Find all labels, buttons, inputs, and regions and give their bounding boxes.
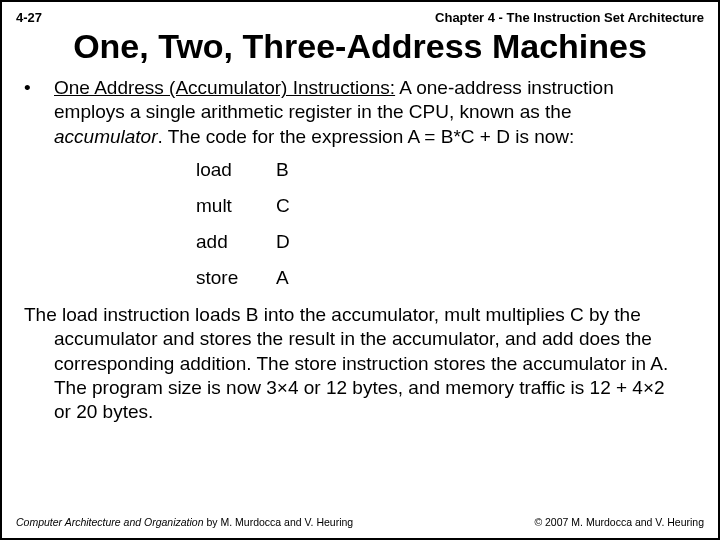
slide-title: One, Two, Three-Address Machines — [16, 27, 704, 66]
explain-line4: The program size is now 3×4 or 12 bytes,… — [54, 376, 696, 400]
slide-header: 4-27 Chapter 4 - The Instruction Set Arc… — [16, 10, 704, 25]
code-row: add D — [196, 231, 704, 253]
code-row: store A — [196, 267, 704, 289]
footer-authors: by M. Murdocca and V. Heuring — [204, 516, 354, 528]
bullet-mark: • — [24, 76, 54, 100]
footer-left: Computer Architecture and Organization b… — [16, 516, 353, 528]
bullet-paragraph: • One Address (Accumulator) Instructions… — [24, 76, 696, 149]
bullet-line2: employs a single arithmetic register in … — [54, 100, 696, 124]
bullet-line1: One Address (Accumulator) Instructions: … — [54, 76, 614, 100]
code-op: store — [196, 267, 276, 289]
code-arg: C — [276, 195, 290, 217]
slide-footer: Computer Architecture and Organization b… — [16, 516, 704, 528]
bullet-rest1: A one-address instruction — [395, 77, 614, 98]
explain-line1: The load instruction loads B into the ac… — [24, 304, 641, 325]
page-number: 4-27 — [16, 10, 42, 25]
code-arg: B — [276, 159, 289, 181]
explain-line3: corresponding addition. The store instru… — [54, 352, 696, 376]
footer-copyright: © 2007 M. Murdocca and V. Heuring — [534, 516, 704, 528]
code-op: load — [196, 159, 276, 181]
bullet-lead: One Address (Accumulator) Instructions: — [54, 77, 395, 98]
code-arg: A — [276, 267, 289, 289]
bullet-accumulator-word: accumulator — [54, 126, 158, 147]
book-title: Computer Architecture and Organization — [16, 516, 204, 528]
code-op: mult — [196, 195, 276, 217]
code-table: load B mult C add D store A — [196, 159, 704, 289]
code-arg: D — [276, 231, 290, 253]
chapter-label: Chapter 4 - The Instruction Set Architec… — [435, 10, 704, 25]
explanation-paragraph: The load instruction loads B into the ac… — [24, 303, 696, 425]
explain-line5: or 20 bytes. — [54, 400, 696, 424]
bullet-line3-rest: . The code for the expression A = B*C + … — [158, 126, 575, 147]
bullet-line3: accumulator. The code for the expression… — [54, 125, 696, 149]
slide: 4-27 Chapter 4 - The Instruction Set Arc… — [0, 0, 720, 540]
explain-line2: accumulator and stores the result in the… — [54, 327, 696, 351]
code-row: load B — [196, 159, 704, 181]
code-row: mult C — [196, 195, 704, 217]
code-op: add — [196, 231, 276, 253]
